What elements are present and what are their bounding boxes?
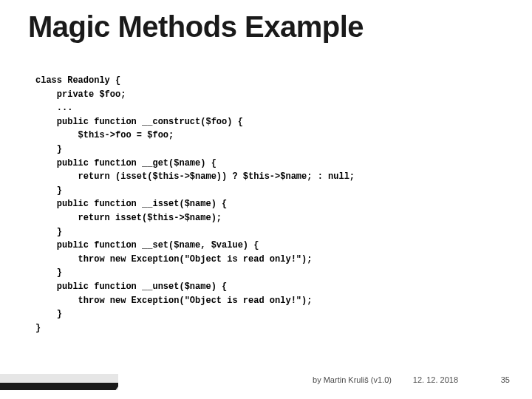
code-line: } [35,144,62,154]
code-line: } [35,323,41,333]
code-line: } [35,185,62,196]
deco-black-bar [0,383,118,390]
code-line: private $foo; [35,89,126,100]
code-line: class Readonly { [35,75,120,86]
footer-page-number: 35 [501,375,510,384]
code-line: public function __unset($name) { [35,282,227,292]
code-block: class Readonly { private $foo; ... publi… [35,74,355,335]
code-line: } [35,267,62,278]
code-line: return (isset($this->$name)) ? $this->$n… [35,171,355,182]
code-line: public function __construct($foo) { [35,117,243,127]
code-line: public function __isset($name) { [35,199,227,209]
footer-author: by Martin Kruliš (v1.0) [313,375,392,384]
code-line: throw new Exception("Object is read only… [35,296,312,306]
slide-decoration [0,368,118,390]
page-title: Magic Methods Example [28,10,364,44]
code-line: return isset($this->$name); [35,213,222,223]
code-line: } [35,227,62,237]
code-line: throw new Exception("Object is read only… [35,254,312,265]
code-line: $this->foo = $foo; [35,130,174,140]
footer-date: 12. 12. 2018 [413,375,458,384]
slide: Magic Methods Example class Readonly { p… [0,0,532,399]
code-line: ... [35,103,72,113]
code-line: public function __get($name) { [35,158,216,168]
code-line: } [35,309,62,319]
code-line: public function __set($name, $value) { [35,240,259,250]
